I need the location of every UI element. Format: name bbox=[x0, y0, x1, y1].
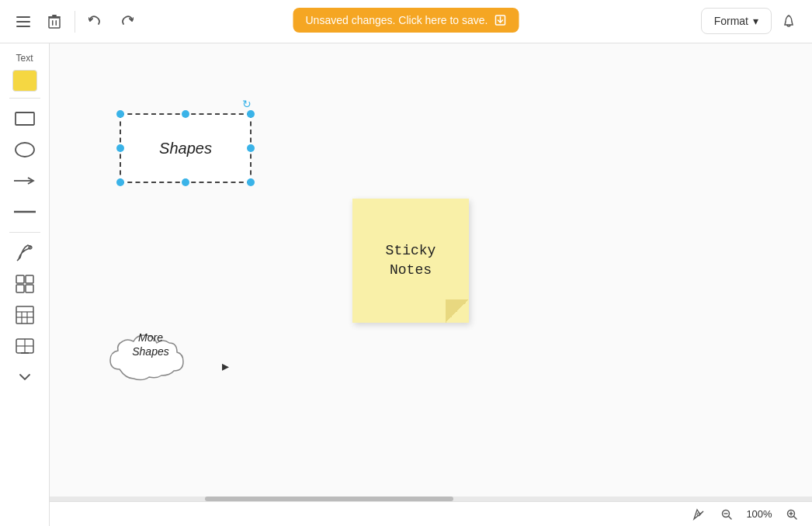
svg-rect-1 bbox=[16, 21, 30, 22]
ellipse-tool[interactable] bbox=[8, 136, 42, 164]
svg-rect-3 bbox=[49, 18, 60, 28]
svg-point-11 bbox=[16, 143, 34, 157]
svg-rect-19 bbox=[16, 306, 33, 324]
save-icon bbox=[494, 14, 507, 26]
format-label: Format bbox=[714, 15, 748, 27]
zoom-in-button[interactable] bbox=[781, 504, 803, 525]
shape-library-tool[interactable] bbox=[8, 270, 42, 298]
pen-icon bbox=[14, 242, 36, 264]
format-button[interactable]: Format ▾ bbox=[701, 8, 772, 34]
svg-rect-4 bbox=[52, 20, 54, 26]
canvas[interactable]: ↻ Shapes Sticky Notes MoreShapes ▸ bbox=[50, 43, 812, 501]
zoom-out-icon bbox=[721, 509, 732, 520]
svg-line-32 bbox=[729, 516, 732, 519]
svg-rect-6 bbox=[48, 16, 61, 18]
sidebar: Text bbox=[0, 43, 50, 526]
cloud-shape[interactable] bbox=[104, 323, 197, 385]
table-icon bbox=[15, 305, 35, 325]
color-swatch[interactable] bbox=[12, 70, 37, 92]
sidebar-divider-2 bbox=[9, 232, 40, 233]
svg-line-36 bbox=[794, 516, 797, 519]
menu-button[interactable] bbox=[9, 8, 37, 36]
embed-icon bbox=[15, 336, 35, 356]
redo-button[interactable] bbox=[113, 8, 141, 36]
unsaved-banner[interactable]: Unsaved changes. Click here to save. bbox=[293, 8, 519, 33]
svg-rect-2 bbox=[16, 26, 30, 27]
chevron-down-icon: ▾ bbox=[753, 15, 758, 27]
rectangle-tool[interactable] bbox=[8, 105, 42, 133]
svg-rect-16 bbox=[26, 275, 33, 283]
line-icon bbox=[12, 208, 37, 216]
svg-rect-18 bbox=[26, 285, 33, 292]
line-tool[interactable] bbox=[8, 198, 42, 226]
sticky-note-label: Sticky Notes bbox=[362, 241, 460, 280]
zoom-out-button[interactable] bbox=[716, 504, 737, 525]
rectangle-icon bbox=[14, 111, 36, 126]
handle-tl[interactable] bbox=[116, 110, 124, 118]
handle-br[interactable] bbox=[247, 178, 255, 186]
handle-ml[interactable] bbox=[116, 144, 124, 152]
cloud-svg bbox=[104, 323, 197, 385]
table-tool[interactable] bbox=[8, 301, 42, 329]
ellipse-icon bbox=[14, 141, 36, 158]
shapes-grid-icon bbox=[15, 274, 35, 294]
svg-rect-10 bbox=[16, 112, 34, 125]
svg-rect-5 bbox=[56, 20, 57, 26]
embed-tool[interactable] bbox=[8, 332, 42, 360]
sticky-note[interactable]: Sticky Notes bbox=[352, 199, 469, 323]
text-tool-label: Text bbox=[16, 53, 33, 64]
delete-button[interactable] bbox=[40, 8, 68, 36]
notification-button[interactable] bbox=[775, 8, 803, 36]
handle-tc[interactable] bbox=[182, 110, 189, 118]
handle-bl[interactable] bbox=[116, 178, 124, 186]
arrow-tool[interactable] bbox=[8, 167, 42, 195]
shapes-box[interactable]: ↻ Shapes bbox=[120, 113, 252, 183]
svg-rect-7 bbox=[52, 15, 57, 16]
map-view-button[interactable] bbox=[688, 504, 710, 525]
more-tools-button[interactable] bbox=[8, 363, 42, 391]
bottombar: 100% bbox=[50, 501, 812, 526]
zoom-level: 100% bbox=[744, 508, 775, 520]
handle-bc[interactable] bbox=[182, 178, 189, 186]
map-icon bbox=[692, 508, 705, 521]
handle-mr[interactable] bbox=[247, 144, 255, 152]
svg-rect-0 bbox=[16, 16, 30, 18]
rotate-handle[interactable]: ↻ bbox=[242, 98, 253, 109]
svg-rect-17 bbox=[16, 285, 24, 292]
zoom-in-icon bbox=[786, 509, 797, 520]
shapes-box-label: Shapes bbox=[159, 140, 212, 157]
bell-icon bbox=[782, 15, 796, 29]
mouse-cursor: ▸ bbox=[222, 358, 229, 375]
handle-tr[interactable] bbox=[247, 110, 255, 118]
undo-button[interactable] bbox=[82, 8, 109, 36]
chevron-down-icon bbox=[19, 373, 31, 381]
sidebar-divider-1 bbox=[9, 98, 40, 99]
unsaved-text: Unsaved changes. Click here to save. bbox=[305, 14, 488, 26]
pen-tool[interactable] bbox=[8, 239, 42, 267]
arrow-icon bbox=[12, 176, 37, 185]
svg-rect-15 bbox=[16, 275, 24, 283]
toolbar-divider bbox=[75, 11, 75, 33]
svg-marker-28 bbox=[694, 510, 703, 519]
